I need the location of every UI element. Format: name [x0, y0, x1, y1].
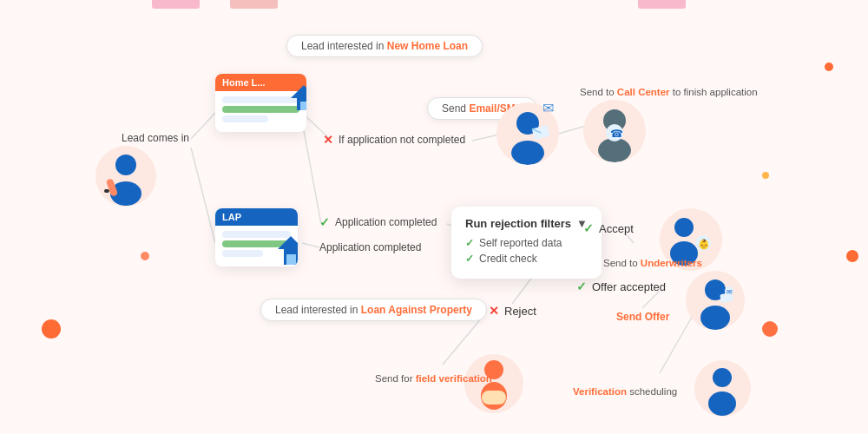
card-line-1: [222, 96, 299, 103]
svg-line-6: [556, 126, 586, 135]
dot-3: [762, 172, 769, 179]
field-verification-highlight[interactable]: field verification: [416, 373, 492, 384]
email-icon: ✉: [542, 100, 554, 116]
dot-2: [141, 252, 149, 260]
verification-highlight[interactable]: Verification: [573, 386, 627, 397]
svg-point-27: [598, 138, 631, 162]
top-bar-1: [152, 0, 200, 9]
svg-line-0: [191, 113, 215, 139]
svg-point-43: [708, 391, 736, 416]
dot-5: [42, 319, 61, 339]
svg-point-23: [511, 141, 544, 165]
card-line-3: [222, 115, 268, 122]
filter-title: Run rejection filters ▼: [465, 217, 588, 230]
home-loan-card: Home L...: [215, 74, 306, 132]
top-bar-3: [638, 0, 686, 9]
filter-item-1: ✓ Self reported data: [465, 237, 588, 249]
svg-line-1: [191, 148, 215, 243]
offer-accepted-label: Offer accepted: [592, 280, 666, 293]
accept-badge: ✓ Accept: [583, 221, 634, 235]
svg-point-14: [115, 155, 136, 175]
svg-line-3: [302, 122, 321, 224]
dot-4: [762, 321, 778, 337]
svg-line-5: [472, 135, 499, 141]
underwriters-highlight: Underwriters: [641, 258, 702, 268]
call-center-avatar: ☎: [583, 100, 646, 162]
if-not-completed-label: If application not completed: [339, 134, 465, 146]
lap-card: LAP: [215, 208, 298, 266]
offer-accepted-badge: ✓ Offer accepted: [576, 279, 666, 293]
app-completed-bottom-label: Application completed: [319, 241, 421, 253]
svg-rect-21: [286, 254, 296, 265]
send-label: Send: [442, 102, 466, 115]
svg-rect-41: [482, 391, 506, 404]
lead-comes-in-label: Lead comes in: [122, 132, 189, 144]
lead-top-pill: Lead interested in New Home Loan: [286, 35, 483, 57]
lead-bottom-highlight: Loan Against Property: [361, 304, 472, 316]
lead-bottom-pill: Lead interested in Loan Against Property: [260, 299, 487, 321]
accept-label: Accept: [599, 222, 634, 235]
x-icon-1: ✕: [323, 133, 333, 147]
svg-line-4: [302, 243, 319, 247]
svg-point-35: [700, 306, 730, 330]
svg-text:👶: 👶: [698, 238, 710, 250]
if-not-completed-badge: ✕ If application not completed: [323, 133, 465, 147]
dot-6: [846, 250, 858, 262]
svg-rect-17: [104, 189, 109, 193]
app-completed-top-label: Application completed: [335, 216, 437, 228]
verification-scheduling-label: Verification scheduling: [573, 386, 677, 397]
card-line-6: [222, 250, 263, 257]
card-line-2: [222, 106, 299, 113]
reject-badge: ✕ Reject: [489, 304, 536, 318]
app-completed-top-badge: ✓ Application completed: [319, 215, 437, 229]
card-bottom-header: LAP: [215, 208, 298, 226]
svg-line-11: [642, 291, 660, 308]
svg-rect-19: [300, 102, 306, 110]
check-icon-1: ✓: [319, 215, 330, 229]
lead-bottom-label: Lead interested in: [275, 304, 358, 316]
send-offer-label[interactable]: Send Offer: [616, 311, 669, 323]
call-center-highlight: Call Center: [617, 87, 670, 97]
reject-label: Reject: [504, 305, 536, 318]
dot-1: [825, 62, 833, 71]
svg-point-30: [674, 218, 694, 237]
top-bar-2: [230, 0, 278, 9]
verification-avatar: [694, 360, 751, 417]
lead-top-highlight: New Home Loan: [387, 40, 468, 52]
filter-item-2: ✓ Credit check: [465, 253, 588, 265]
svg-point-42: [713, 368, 732, 387]
filter-box: Run rejection filters ▼ ✓ Self reported …: [451, 207, 602, 279]
x-icon-2: ✕: [489, 304, 499, 318]
offer-person-avatar: ✉: [686, 271, 745, 330]
lead-avatar: [95, 146, 156, 207]
lead-top-label: Lead interested in: [301, 40, 384, 52]
svg-text:✉: ✉: [727, 288, 733, 296]
field-verify-avatar: [464, 354, 523, 413]
send-call-center-label: Send to Call Center to finish applicatio…: [580, 87, 758, 97]
svg-text:☎: ☎: [610, 128, 623, 140]
send-field-label: Send for field verification: [375, 373, 492, 384]
send-underwriters-label: Send to Underwriters: [603, 258, 702, 268]
